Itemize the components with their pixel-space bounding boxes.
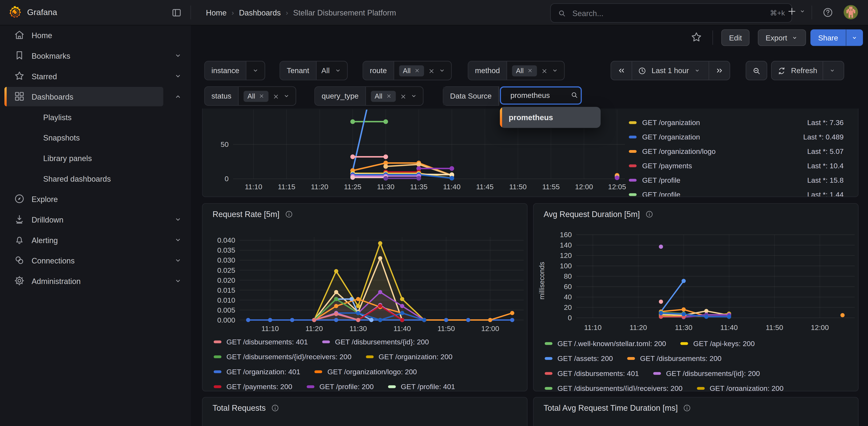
share-menu-button[interactable]: [846, 29, 863, 46]
time-shift-back-button[interactable]: [611, 61, 632, 80]
sidebar-item-library-panels[interactable]: Library panels: [0, 148, 191, 168]
legend-item[interactable]: GET /disbursements/{id}/receivers: 200: [214, 353, 351, 361]
avg-duration-plot[interactable]: 11:1011:2011:3011:4011:5012:000204060801…: [534, 204, 858, 391]
refresh-icon: [777, 66, 786, 75]
sidebar-item-alerting[interactable]: Alerting: [0, 230, 191, 250]
sidebar-item-bookmarks[interactable]: Bookmarks: [0, 45, 191, 66]
series-label: GET /payments: 200: [226, 383, 292, 391]
filter-pill-status[interactable]: statusAll: [204, 87, 296, 106]
export-button[interactable]: Export: [758, 29, 806, 46]
series-label: GET /organization/logo: 200: [328, 368, 417, 376]
filter-pill-query-type[interactable]: query_typeAll: [314, 87, 424, 106]
menu-option-prometheus[interactable]: prometheus: [502, 113, 553, 122]
sidebar-item-snapshots[interactable]: Snapshots: [0, 127, 191, 148]
filter-value-chip[interactable]: All: [512, 65, 537, 76]
time-range-button[interactable]: Last 1 hour: [632, 61, 708, 80]
legend-item[interactable]: GET /disbursements/{id}: 200: [322, 338, 429, 346]
series-color-marker: [545, 387, 553, 390]
sidebar-item-administration[interactable]: Administration: [0, 271, 191, 291]
times-icon: [428, 68, 435, 75]
chevron-down-icon: [173, 256, 183, 265]
filter-value-chip[interactable]: All: [371, 91, 396, 101]
sidebar-item-shared-dashboards[interactable]: Shared dashboards: [0, 168, 191, 189]
legend-item[interactable]: GET /assets: 200: [545, 354, 613, 363]
legend-item[interactable]: GET /disbursements: 401: [214, 338, 308, 346]
favorite-star-icon[interactable]: [690, 31, 702, 43]
filter-pill-method[interactable]: methodAll: [468, 61, 564, 80]
legend-item[interactable]: GET /payments: 200: [214, 383, 292, 391]
svg-text:40: 40: [564, 293, 572, 301]
legend-item[interactable]: GET /organization: 401: [214, 368, 300, 376]
clear-filter-icon[interactable]: [428, 68, 434, 74]
panel-avg-duration: Avg Request Duration [5m] milliseconds 1…: [533, 203, 859, 391]
edit-button[interactable]: Edit: [721, 29, 750, 46]
legend-row: GET /.well-known/stellar.toml: 200GET /a…: [545, 339, 755, 347]
breadcrumb-item[interactable]: Home: [206, 8, 227, 17]
grafana-logo-icon[interactable]: [8, 5, 23, 20]
legend-item[interactable]: GET /disbursements/{id}: 200: [653, 369, 760, 377]
sidebar-item-drilldown[interactable]: Drilldown: [0, 209, 191, 230]
compass-icon: [14, 193, 25, 204]
legend-row[interactable]: GET /profileLast *: 15.8: [629, 173, 848, 187]
sidebar-item-explore[interactable]: Explore: [0, 189, 191, 209]
legend-item[interactable]: GET /organization/logo: 200: [315, 368, 417, 376]
legend-row[interactable]: GET /organizationLast *: 0.489: [629, 129, 848, 144]
filter-value-chip[interactable]: All: [244, 91, 268, 101]
avatar[interactable]: [844, 5, 858, 20]
refresh-button[interactable]: Refresh: [772, 61, 823, 80]
sidebar: HomeBookmarksStarredDashboardsPlaylistsS…: [0, 25, 191, 426]
filter-value-chip[interactable]: All: [399, 65, 424, 76]
legend-item[interactable]: GET /disbursements: 401: [545, 369, 639, 377]
series-color-marker: [545, 372, 553, 375]
time-shift-forward-button[interactable]: [708, 61, 729, 80]
refresh-interval-button[interactable]: [823, 61, 844, 80]
sidebar-item-connections[interactable]: Connections: [0, 250, 191, 271]
datasource-input[interactable]: [500, 87, 582, 105]
legend-item[interactable]: GET /organization: 200: [697, 384, 784, 391]
filter-pill-tenant[interactable]: TenantAll: [280, 61, 347, 80]
sidebar-item-dashboards[interactable]: Dashboards: [0, 87, 191, 107]
legend-item[interactable]: GET /disbursements: 200: [627, 354, 721, 363]
breadcrumb-item[interactable]: Dashboards: [239, 8, 281, 17]
series-color-marker: [214, 356, 221, 358]
times-icon: [527, 68, 533, 74]
sidebar-item-playlists[interactable]: Playlists: [0, 107, 191, 127]
clear-filter-icon[interactable]: [399, 93, 406, 99]
search-input[interactable]: [571, 8, 765, 18]
info-circle-icon[interactable]: [645, 210, 654, 219]
zoom-out-button[interactable]: [746, 61, 767, 80]
plug-icon: [14, 255, 25, 266]
legend-row[interactable]: GET /organization/logoLast *: 5.07: [629, 144, 848, 158]
legend-item[interactable]: GET /profile: 200: [307, 383, 374, 391]
sidebar-item-home[interactable]: Home: [0, 25, 191, 45]
search-box[interactable]: ⌘+k: [550, 3, 792, 23]
series-label: GET /organization/logo: [642, 147, 802, 155]
sidebar-toggle-icon[interactable]: [170, 6, 183, 19]
svg-text:11:50: 11:50: [437, 325, 455, 333]
share-button[interactable]: Share: [810, 29, 846, 46]
clear-filter-icon[interactable]: [272, 93, 278, 99]
chevron-down-icon: [851, 34, 858, 41]
legend-item[interactable]: GET /profile: 401: [388, 383, 455, 391]
info-circle-icon[interactable]: [683, 403, 692, 413]
legend-row[interactable]: GET /profileLast *: 1.44: [629, 187, 848, 197]
sidebar-item-starred[interactable]: Starred: [0, 66, 191, 87]
request-rate-plot[interactable]: 11:1011:2011:3011:4011:5012:000.0000.005…: [203, 204, 527, 391]
filter-pill-route[interactable]: routeAll: [363, 61, 452, 80]
info-circle-icon[interactable]: [271, 403, 280, 413]
legend-item[interactable]: GET /organization: 200: [366, 353, 453, 361]
info-circle-icon[interactable]: [284, 210, 293, 219]
legend-row[interactable]: GET /paymentsLast *: 10.4: [629, 158, 848, 173]
times-icon: [541, 68, 548, 75]
legend-item[interactable]: GET /api-keys: 200: [680, 339, 755, 347]
help-button[interactable]: [822, 6, 834, 18]
svg-text:11:10: 11:10: [261, 325, 279, 333]
legend-row[interactable]: GET /organizationLast *: 7.36: [629, 115, 848, 129]
datasource-text-input[interactable]: [509, 91, 567, 100]
filter-pill-data-source[interactable]: Data Source: [443, 87, 499, 106]
clear-filter-icon[interactable]: [541, 68, 547, 74]
legend-item[interactable]: GET /.well-known/stellar.toml: 200: [545, 339, 666, 347]
filter-pill-instance[interactable]: instance: [204, 61, 265, 80]
legend-item[interactable]: GET /disbursements/{id}/receivers: 200: [545, 384, 682, 391]
add-button[interactable]: [786, 6, 806, 17]
